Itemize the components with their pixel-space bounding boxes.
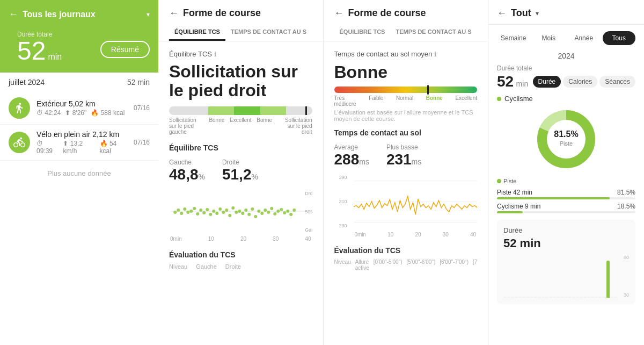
btn-duree[interactable]: Durée [533, 76, 561, 88]
tab2-equilibre-tcs[interactable]: ÉQUILIBRE TCS [334, 24, 391, 41]
dot-chart-container: Droite 50% Gauche 0min10203040 [169, 190, 312, 242]
left-back-arrow[interactable]: ← [9, 9, 18, 20]
left-stats: Durée totale 52 min [9, 26, 70, 73]
svg-point-19 [231, 206, 235, 210]
btn-seances[interactable]: Séances [599, 76, 635, 88]
svg-point-17 [225, 209, 228, 212]
tcs-droite-val: 51,2 [222, 166, 252, 183]
tcs-row: Gauche 48,8% Droite 51,2% [169, 159, 312, 183]
bar-chart-bar [610, 297, 613, 298]
left-chevron-icon[interactable]: ▾ [147, 11, 150, 18]
svg-point-30 [267, 211, 270, 214]
panel1-back-arrow[interactable]: ← [169, 8, 179, 19]
legend-cyclisme-row: Cyclisme 9 min 18.5% [497, 203, 635, 210]
gradient-labels: Trèsmédiocre Faible Normal Bonne Excelle… [334, 95, 478, 107]
svg-point-4 [183, 207, 186, 211]
activity-date-bike: 07/16 [134, 139, 150, 146]
bar-chart-bar [598, 297, 602, 298]
left-stats-row: Durée totale 52 min Résumé [0, 26, 158, 73]
right-header: ← Tout ▾ [488, 0, 644, 25]
donut-legend: Piste Piste 42 min 81.5% Cyclisme 9 min … [497, 178, 635, 213]
bar-chart-bar [522, 297, 525, 298]
chart-container: 0min10203040 [354, 175, 478, 238]
list-item[interactable]: Extérieur 5,02 km ⏱ 42:24⬆ 8'26"🔥 588 kc… [0, 92, 158, 125]
dot-chart-svg: Droite 50% Gauche [169, 190, 312, 233]
right-header-title: Tout [511, 8, 531, 19]
right-duration-value: 52 min [497, 73, 528, 90]
list-item[interactable]: Vélo en plein air 2,12 km ⏱ 09:39⬆ 13,2 … [0, 125, 158, 161]
svg-point-26 [254, 215, 257, 218]
activity-label-row: Cyclisme [497, 95, 635, 103]
bar-chart-bar [565, 297, 568, 298]
bar-chart-bar [507, 297, 510, 298]
left-panel: ← Tous les journaux ▾ Durée totale 52 mi… [0, 0, 158, 345]
svg-point-5 [186, 211, 189, 214]
right-chevron-icon[interactable]: ▾ [536, 10, 539, 17]
bar-chart-bar [583, 297, 587, 298]
bar-chart-bar [614, 297, 617, 298]
panel1-tabs: ÉQUILIBRE TCS TEMPS DE CONTACT AU S Re T… [169, 24, 312, 41]
svg-text:81.5%: 81.5% [554, 130, 578, 139]
piste-legend-label: Piste [503, 178, 516, 184]
balance-labels: Sollicitationsur le piedgauche Bonne Exc… [169, 117, 312, 135]
left-panel-title: Tous les journaux [23, 10, 142, 19]
info-icon2: ℹ [434, 51, 437, 58]
svg-point-3 [180, 212, 183, 215]
bar-chart-bar [515, 297, 518, 298]
legend-cyclisme-name: Cyclisme 9 min [497, 203, 540, 210]
tab-mois[interactable]: Mois [532, 31, 566, 45]
average-label: Average [334, 143, 369, 151]
left-activities: juillet 2024 52 min Extérieur 5,02 km ⏱ … [0, 73, 158, 345]
year-label: 2024 [497, 52, 635, 60]
bar-chart-bar [553, 297, 556, 298]
legend-piste-name: Piste 42 min [497, 189, 532, 196]
bar-chart-bar [576, 297, 579, 298]
grad-tres-mediocre: Trèsmédiocre [334, 95, 356, 107]
tab-equilibre-tcs[interactable]: ÉQUILIBRE TCS [169, 24, 225, 41]
legend-piste-bar [497, 197, 610, 199]
duration-section-val: 52 min [503, 236, 629, 250]
average-unit: ms [359, 157, 369, 166]
svg-point-36 [286, 210, 289, 213]
bar-chart-bar [591, 297, 594, 298]
btn-calories[interactable]: Calories [563, 76, 597, 88]
right-panel: ← Tout ▾ Semaine Mois Année Tous 2024 Du… [488, 0, 644, 345]
panel2-header: ← Forme de course ÉQUILIBRE TCS TEMPS DE… [324, 0, 488, 41]
month-row: juillet 2024 52 min [0, 73, 158, 92]
contact-section-title: Temps de contact au sol [334, 128, 478, 137]
panel1-big-text: Sollicitation sur le pied droit [169, 62, 312, 100]
tab-temps-contact-s[interactable]: TEMPS DE CONTACT AU S [225, 24, 312, 41]
svg-point-29 [264, 209, 267, 212]
activity-meta-run: ⏱ 42:24⬆ 8'26"🔥 588 kcal [36, 109, 127, 117]
tcs-gauche-label: Gauche [169, 159, 205, 166]
panel2-eval-niveau: Niveau [334, 259, 351, 271]
duration-section: Durée 52 min 60 30 [497, 220, 635, 304]
right-back-arrow[interactable]: ← [497, 8, 507, 19]
dot-chart-xaxis: 0min10203040 [169, 236, 312, 242]
panel2-back-arrow[interactable]: ← [334, 8, 344, 19]
svg-text:Gauche: Gauche [305, 227, 312, 233]
right-buttons: Durée Calories Séances [533, 76, 635, 88]
bar-chart-bar [587, 297, 590, 298]
tab-semaine[interactable]: Semaine [497, 31, 530, 45]
line-chart-xaxis: 0min10203040 [354, 232, 478, 238]
gradient-bar [334, 87, 478, 93]
activity-label: Cyclisme [504, 95, 533, 103]
panel2-eval-range1: [0'00"-5'00") [374, 259, 402, 271]
tab-tous[interactable]: Tous [603, 31, 636, 45]
panel2-eval-range3: [6'00"-7'00") [440, 259, 469, 271]
bar-y-30: 30 [624, 292, 629, 298]
tab-annee[interactable]: Année [567, 31, 601, 45]
svg-point-33 [276, 210, 280, 213]
panel2-tabs: ÉQUILIBRE TCS TEMPS DE CONTACT AU S Re T… [334, 24, 478, 41]
left-header: ← Tous les journaux ▾ [0, 0, 158, 26]
bar-chart-bar [534, 297, 537, 298]
svg-point-34 [280, 208, 283, 211]
panel2-eval-title: Évaluation du TCS [334, 246, 478, 255]
resume-button[interactable]: Résumé [100, 41, 150, 58]
panel2-eval-range2: [5'00"-6'00") [407, 259, 436, 271]
tab2-temps-contact[interactable]: TEMPS DE CONTACT AU S [390, 24, 477, 41]
svg-point-35 [283, 211, 286, 214]
month-label[interactable]: juillet 2024 [9, 78, 45, 87]
line-chart-yaxis: 390310230 [334, 175, 349, 228]
